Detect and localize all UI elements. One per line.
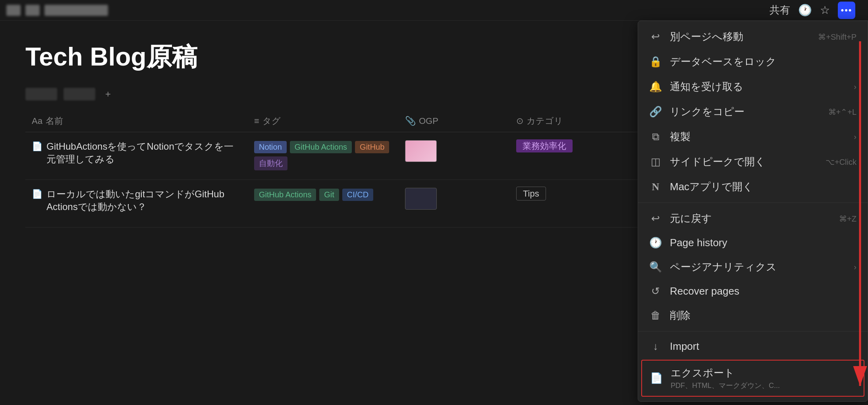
header-tags: ≡ タグ: [248, 115, 399, 127]
menu-item-delete[interactable]: 🗑 削除: [638, 303, 868, 328]
tag-git[interactable]: Git: [319, 189, 339, 201]
export-label: エクスポート: [671, 366, 780, 380]
menu-item-undo[interactable]: ↩ 元に戻す ⌘+Z: [638, 206, 868, 231]
category-tips[interactable]: Tips: [516, 187, 546, 201]
history-icon[interactable]: 🕐: [798, 4, 812, 17]
delete-label: 削除: [670, 309, 856, 322]
link-icon: 🔗: [649, 106, 662, 118]
category-efficiency[interactable]: 業務効率化: [516, 139, 573, 152]
breadcrumb-text: [44, 5, 108, 16]
menu-item-page-history[interactable]: 🕐 Page history: [638, 231, 868, 255]
tag-automation[interactable]: 自動化: [254, 156, 287, 170]
more-options-button[interactable]: •••: [838, 2, 855, 19]
lock-label: データベースをロック: [670, 55, 856, 69]
row1-category: 業務効率化: [510, 140, 621, 152]
recover-icon: ↺: [649, 285, 662, 297]
header-name: Aa 名前: [25, 115, 248, 127]
header-category: ⊙ カテゴリ: [510, 115, 621, 127]
top-bar-actions: 共有 🕐 ☆ •••: [770, 2, 855, 19]
recover-label: Recover pages: [670, 285, 856, 297]
header-ogp-icon: 📎: [405, 116, 416, 126]
page-icon-2: 📄: [32, 189, 42, 199]
tag-notion[interactable]: Notion: [254, 141, 287, 153]
open-mac-label: Macアプリで開く: [670, 180, 856, 194]
move-icon: ↩: [649, 31, 662, 43]
row2-name: 📄 ローカルでは動いたgitコマンドがGitHub Actionsでは動かない？: [25, 188, 248, 213]
export-icon: 📄: [650, 372, 663, 384]
menu-item-side-peek[interactable]: ◫ サイドピークで開く ⌥+Click: [638, 149, 868, 174]
row2-ogp: [399, 188, 510, 210]
ogp-image-2: [405, 188, 437, 210]
menu-item-import[interactable]: ↓ Import: [638, 335, 868, 358]
analytics-arrow: ›: [854, 262, 856, 272]
notify-icon: 🔔: [649, 81, 662, 93]
view-tab-2[interactable]: [64, 88, 95, 100]
copy-link-shortcut: ⌘+⌃+L: [828, 107, 856, 117]
row1-name: 📄 GitHubActionsを使ってNotionでタスクを一元管理してみる: [25, 140, 248, 166]
breadcrumb-icon-2: [25, 5, 40, 16]
analytics-icon: 🔍: [649, 261, 662, 273]
top-bar: 共有 🕐 ☆ •••: [0, 0, 868, 21]
share-button[interactable]: 共有: [770, 3, 790, 17]
lock-icon: 🔒: [649, 56, 662, 68]
row1-tags: Notion GitHub Actions GitHub 自動化: [248, 140, 399, 170]
undo-label: 元に戻す: [670, 212, 831, 226]
notify-arrow: ›: [854, 82, 856, 91]
breadcrumb-icon-1: [6, 5, 21, 16]
undo-icon: ↩: [649, 212, 662, 225]
row2-category: Tips: [510, 188, 621, 199]
import-label: Import: [670, 340, 856, 353]
menu-item-open-mac[interactable]: N Macアプリで開く: [638, 174, 868, 199]
menu-item-notify[interactable]: 🔔 通知を受け取る ›: [638, 74, 868, 99]
duplicate-icon: ⧉: [649, 131, 662, 143]
page-icon-1: 📄: [32, 141, 42, 152]
tag-cicd[interactable]: CI/CD: [342, 189, 373, 201]
menu-item-lock[interactable]: 🔒 データベースをロック: [638, 49, 868, 74]
menu-item-move[interactable]: ↩ 別ページへ移動 ⌘+Shift+P: [638, 24, 868, 49]
tag-github[interactable]: GitHub: [355, 141, 389, 153]
view-tab-1[interactable]: [25, 88, 57, 100]
menu-item-analytics[interactable]: 🔍 ページアナリティクス ›: [638, 255, 868, 280]
row1-ogp: [399, 140, 510, 162]
page-history-label: Page history: [670, 237, 856, 249]
header-name-icon: Aa: [32, 116, 42, 126]
side-peek-icon: ◫: [649, 156, 662, 168]
duplicate-arrow: ›: [854, 132, 856, 141]
menu-item-recover[interactable]: ↺ Recover pages: [638, 280, 868, 303]
export-content: エクスポート PDF、HTML、マークダウン、C...: [671, 366, 780, 390]
import-icon: ↓: [649, 340, 662, 353]
divider-2: [638, 331, 868, 332]
menu-item-copy-link[interactable]: 🔗 リンクをコピー ⌘+⌃+L: [638, 99, 868, 124]
ogp-image-1: [405, 140, 437, 162]
tag-github-actions[interactable]: GitHub Actions: [290, 141, 352, 153]
row2-tags: GitHub Actions Git CI/CD: [248, 188, 399, 201]
notify-label: 通知を受け取る: [670, 80, 846, 94]
dropdown-menu: ↩ 別ページへ移動 ⌘+Shift+P 🔒 データベースをロック 🔔 通知を受け…: [638, 21, 868, 402]
breadcrumb-area: [0, 0, 108, 21]
menu-item-duplicate[interactable]: ⧉ 複製 ›: [638, 124, 868, 149]
notion-n-icon: N: [649, 181, 662, 193]
trash-icon: 🗑: [649, 309, 662, 322]
history-clock-icon: 🕐: [649, 237, 662, 249]
export-subtitle: PDF、HTML、マークダウン、C...: [671, 381, 780, 390]
header-tags-icon: ≡: [254, 116, 259, 126]
side-peek-shortcut: ⌥+Click: [826, 157, 856, 167]
undo-shortcut: ⌘+Z: [839, 214, 856, 224]
dots-label: •••: [841, 5, 852, 15]
tag-github-actions-2[interactable]: GitHub Actions: [254, 189, 316, 201]
add-view-button[interactable]: +: [102, 88, 114, 100]
analytics-label: ページアナリティクス: [670, 260, 846, 274]
side-peek-label: サイドピークで開く: [670, 155, 818, 169]
bookmark-icon[interactable]: ☆: [820, 4, 830, 17]
move-label: 別ページへ移動: [670, 30, 810, 44]
header-category-icon: ⊙: [516, 116, 523, 126]
header-ogp: 📎 OGP: [399, 115, 510, 127]
duplicate-label: 複製: [670, 130, 846, 144]
copy-link-label: リンクをコピー: [670, 105, 820, 119]
move-shortcut: ⌘+Shift+P: [818, 32, 856, 42]
menu-item-export[interactable]: 📄 エクスポート PDF、HTML、マークダウン、C...: [641, 360, 864, 397]
divider-1: [638, 202, 868, 203]
